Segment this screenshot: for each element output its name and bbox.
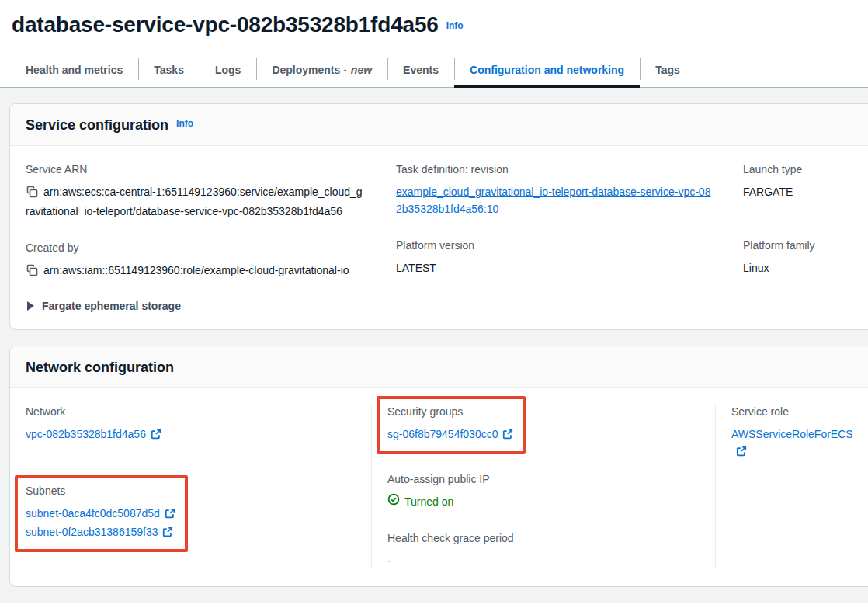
network-field: Network vpc-082b35328b1fd4a56 (26, 404, 356, 444)
created-by-field: Created by arn:aws:iam::651149123960:rol… (26, 240, 364, 281)
platform-family-value: Linux (743, 259, 859, 276)
fargate-ephemeral-storage-expander[interactable]: Fargate ephemeral storage (26, 300, 859, 312)
launch-type-label: Launch type (743, 162, 859, 177)
launch-type-value: FARGATE (743, 183, 859, 200)
tab-bar: Health and metrics Tasks Logs Deployment… (0, 53, 868, 88)
tab-tags[interactable]: Tags (640, 53, 696, 87)
network-configuration-header: Network configuration (10, 346, 868, 388)
copy-icon[interactable] (26, 264, 38, 281)
security-groups-label: Security groups (387, 404, 513, 419)
external-link-icon (502, 427, 513, 444)
service-configuration-header: Service configurationInfo (10, 104, 868, 146)
service-role-link[interactable]: AWSServiceRoleForECS (731, 428, 853, 440)
auto-assign-public-ip-value: Turned on (404, 493, 453, 510)
page-header: database-service-vpc-082b35328b1fd4a56In… (0, 0, 868, 37)
external-link-icon (736, 444, 747, 461)
network-configuration-title: Network configuration (26, 360, 174, 375)
created-by-value: arn:aws:iam::651149123960:role/example-c… (43, 264, 349, 276)
tab-logs[interactable]: Logs (200, 53, 256, 87)
service-arn-label: Service ARN (26, 162, 364, 177)
network-label: Network (26, 404, 356, 419)
external-link-icon (151, 427, 161, 444)
tab-health-and-metrics[interactable]: Health and metrics (10, 53, 138, 87)
platform-family-label: Platform family (743, 238, 859, 253)
service-role-label: Service role (731, 404, 859, 419)
security-group-link[interactable]: sg-06f8b79454f030cc0 (387, 428, 498, 440)
network-configuration-card: Network configuration Network vpc-082b35… (9, 346, 868, 587)
auto-assign-public-ip-label: Auto-assign public IP (387, 471, 700, 487)
platform-version-value: LATEST (396, 259, 711, 276)
expander-caret-icon (27, 301, 34, 311)
tab-deployments-new-badge: new (351, 64, 372, 76)
health-check-grace-period-field: Health check grace period - (387, 530, 700, 569)
tab-deployments[interactable]: Deployments -new (256, 53, 387, 87)
service-role-field: Service role AWSServiceRoleForECS (731, 404, 859, 461)
subnet-link-1[interactable]: subnet-0aca4fc0dc5087d5d (26, 507, 160, 519)
platform-version-label: Platform version (396, 238, 711, 253)
content-area: Service configurationInfo Service ARN ar… (0, 88, 868, 603)
task-definition-label: Task definition: revision (396, 162, 711, 177)
subnets-label: Subnets (26, 483, 175, 499)
service-configuration-card: Service configurationInfo Service ARN ar… (9, 103, 868, 330)
external-link-icon (165, 506, 175, 523)
task-definition-link[interactable]: example_cloud_gravitational_io-teleport-… (396, 183, 711, 217)
service-configuration-info-link[interactable]: Info (176, 118, 193, 129)
subnets-annotation-box: Subnets subnet-0aca4fc0dc5087d5d subnet-… (15, 475, 188, 552)
health-check-grace-period-label: Health check grace period (387, 530, 700, 546)
vpc-link[interactable]: vpc-082b35328b1fd4a56 (26, 428, 146, 440)
platform-family-field: Platform family Linux (743, 238, 859, 276)
service-arn-field: Service ARN arn:aws:ecs:ca-central-1:651… (26, 162, 364, 220)
tab-events[interactable]: Events (387, 53, 454, 87)
security-groups-field: Security groups sg-06f8b79454f030cc0 (387, 404, 513, 444)
subnets-field: Subnets subnet-0aca4fc0dc5087d5d subnet-… (26, 483, 175, 542)
success-check-icon (387, 493, 400, 510)
subnet-link-2[interactable]: subnet-0f2acb31386159f33 (26, 526, 158, 538)
created-by-label: Created by (26, 240, 364, 255)
copy-icon[interactable] (26, 186, 38, 203)
tab-configuration-and-networking[interactable]: Configuration and networking (454, 53, 640, 87)
launch-type-field: Launch type FARGATE (743, 162, 859, 200)
tab-tasks[interactable]: Tasks (138, 53, 200, 87)
platform-version-field: Platform version LATEST (396, 238, 711, 276)
task-definition-field: Task definition: revision example_cloud_… (396, 162, 711, 217)
service-arn-value: arn:aws:ecs:ca-central-1:651149123960:se… (26, 186, 363, 217)
page-info-link[interactable]: Info (446, 20, 464, 31)
security-groups-annotation-box: Security groups sg-06f8b79454f030cc0 (377, 396, 526, 454)
auto-assign-public-ip-field: Auto-assign public IP Turned on (387, 471, 700, 510)
external-link-icon (162, 525, 173, 542)
health-check-grace-period-value: - (387, 552, 700, 569)
service-configuration-title: Service configuration (26, 117, 168, 133)
fargate-ephemeral-storage-label: Fargate ephemeral storage (42, 300, 181, 312)
page-title: database-service-vpc-082b35328b1fd4a56 (12, 12, 439, 36)
